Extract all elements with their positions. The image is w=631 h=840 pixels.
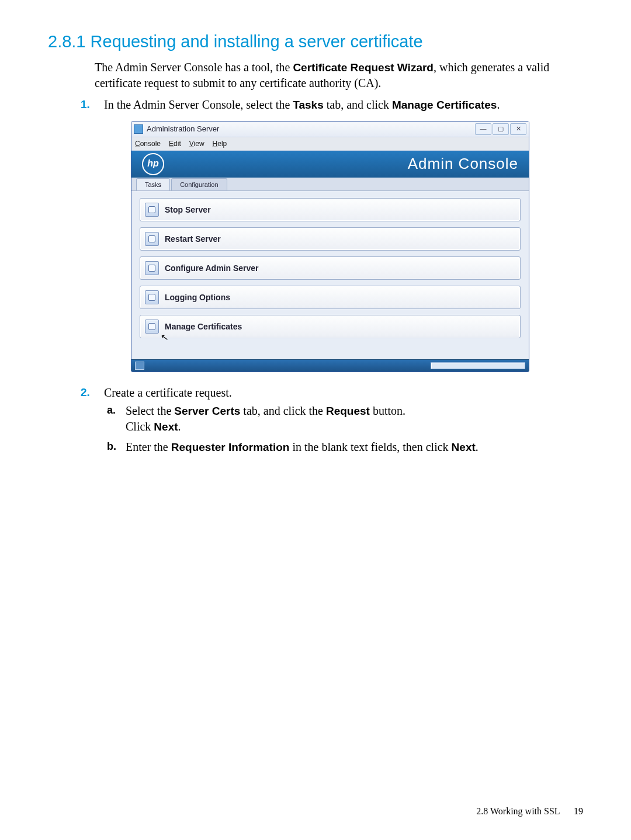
status-bar (131, 359, 529, 372)
sub-step-b: b. Enter the Requester Information in th… (107, 439, 581, 455)
step-1: 1. In the Admin Server Console, select t… (81, 97, 581, 372)
task-label: Manage Certificates (165, 321, 242, 332)
sub-a-line2-pre: Click (126, 420, 154, 433)
task-label: Configure Admin Server (165, 263, 259, 274)
step-1-bold-tasks: Tasks (293, 99, 323, 111)
task-icon (145, 261, 159, 275)
sub-a-bold-next: Next (154, 421, 178, 433)
step-2: 2. Create a certificate request. a. Sele… (81, 385, 581, 455)
task-restart-server[interactable]: Restart Server (140, 227, 521, 251)
menu-edit[interactable]: EEditdit (169, 139, 181, 148)
sub-a-post: button. (370, 404, 405, 417)
sub-step-a-number: a. (107, 403, 116, 417)
cursor-anchor: Manage Certificates ↖ (137, 315, 523, 338)
footer-section: 2.8 Working with SSL (476, 806, 560, 816)
task-logging-options[interactable]: Logging Options (140, 286, 521, 309)
sub-step-b-number: b. (107, 439, 116, 453)
task-icon (145, 203, 159, 217)
intro-text-pre: The Admin Server Console has a tool, the (95, 61, 293, 74)
task-configure-admin-server[interactable]: Configure Admin Server (140, 256, 521, 280)
step-list: 1. In the Admin Server Console, select t… (81, 97, 581, 455)
sub-step-list: a. Select the Server Certs tab, and clic… (107, 403, 581, 455)
page-footer: 2.8 Working with SSL 19 (476, 806, 583, 817)
task-icon (145, 232, 159, 246)
banner-title: Admin Console (408, 154, 518, 174)
tab-tasks[interactable]: Tasks (136, 178, 170, 190)
sub-b-pre: Enter the (126, 440, 171, 453)
intro-bold-wizard: Certificate Request Wizard (293, 61, 434, 74)
menu-console[interactable]: CConsoleonsole (135, 139, 161, 148)
status-progress-well (431, 362, 525, 369)
sub-b-bold-next: Next (452, 441, 476, 453)
task-icon (145, 320, 159, 334)
step-2-number: 2. (81, 385, 90, 400)
window-titlebar: Administration Server — ▢ ✕ (131, 122, 529, 137)
hp-logo-icon: hp (142, 153, 164, 175)
window-controls: — ▢ ✕ (475, 123, 526, 135)
body-content: The Admin Server Console has a tool, the… (95, 60, 581, 455)
task-label: Logging Options (165, 292, 230, 303)
banner: hp Admin Console (131, 151, 529, 178)
step-2-text: Create a certificate request. (104, 386, 232, 399)
window-maximize-button[interactable]: ▢ (493, 123, 509, 135)
admin-console-screenshot: Administration Server — ▢ ✕ CConsoleonso… (131, 121, 529, 372)
sub-a-line2-post: . (178, 420, 181, 433)
window-minimize-button[interactable]: — (475, 123, 491, 135)
sub-a-bold-server-certs: Server Certs (174, 405, 240, 417)
task-manage-certificates[interactable]: Manage Certificates (140, 315, 521, 338)
tab-configuration[interactable]: Configuration (171, 178, 227, 190)
status-indicator-icon (135, 362, 144, 370)
menu-view[interactable]: VViewiew (189, 139, 204, 148)
step-1-post: . (497, 98, 500, 111)
step-1-number: 1. (81, 97, 90, 112)
menu-help[interactable]: HHelpelp (213, 139, 227, 148)
sub-b-mid: in the blank text fields, then click (289, 440, 451, 453)
sub-a-pre: Select the (126, 404, 174, 417)
task-label: Restart Server (165, 234, 221, 245)
tab-row: Tasks Configuration (131, 178, 529, 191)
sub-b-bold-requester-info: Requester Information (171, 441, 290, 453)
window-title: Administration Server (147, 124, 475, 134)
sub-a-bold-request: Request (326, 405, 370, 417)
tasks-panel: Stop Server Restart Server Configure Adm… (131, 191, 529, 359)
task-label: Stop Server (165, 204, 211, 216)
task-icon (145, 290, 159, 304)
section-heading: 2.8.1 Requesting and installing a server… (48, 32, 584, 51)
document-page: 2.8.1 Requesting and installing a server… (0, 0, 631, 840)
window-app-icon (134, 124, 143, 134)
window-close-button[interactable]: ✕ (510, 123, 526, 135)
sub-b-post: . (476, 440, 479, 453)
sub-step-a: a. Select the Server Certs tab, and clic… (107, 403, 581, 435)
task-stop-server[interactable]: Stop Server (140, 198, 521, 221)
step-1-mid: tab, and click (324, 98, 392, 111)
sub-a-mid: tab, and click the (240, 404, 326, 417)
menu-bar: CConsoleonsole EEditdit VViewiew HHelpel… (131, 137, 529, 151)
step-1-bold-manage: Manage Certificates (392, 99, 497, 111)
footer-page-number: 19 (574, 806, 583, 816)
intro-paragraph: The Admin Server Console has a tool, the… (95, 60, 581, 91)
step-1-pre: In the Admin Server Console, select the (104, 98, 293, 111)
